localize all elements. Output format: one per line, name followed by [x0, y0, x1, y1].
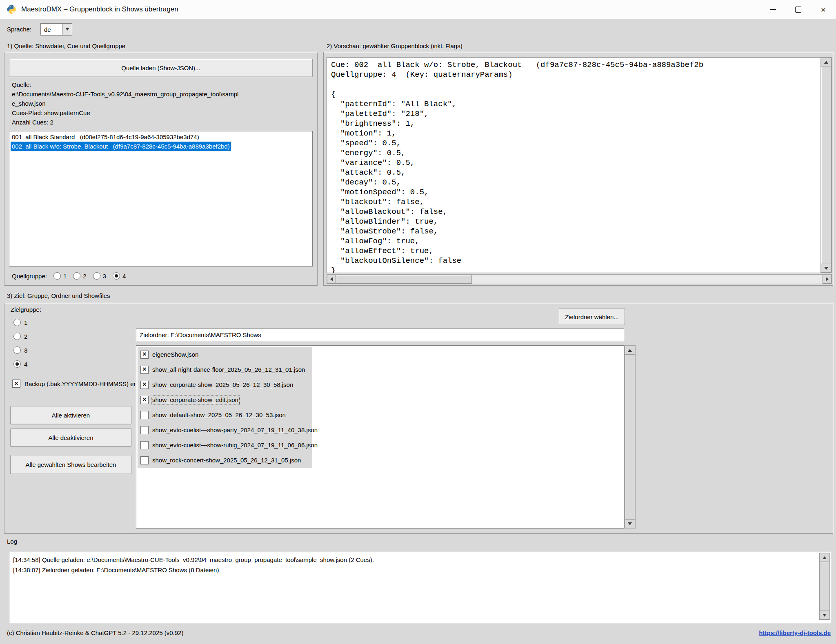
file-list-canvas[interactable]: eigeneShow.json show_all-night-dance-flo…: [136, 345, 625, 529]
radio-quellgruppe-1[interactable]: [53, 272, 61, 280]
file-label: show_corporate-show_edit.json: [152, 396, 238, 403]
file-row[interactable]: show_evto-cuelist---show-ruhig_2024_07_1…: [138, 437, 312, 453]
minimize-icon: [770, 9, 776, 10]
log-section-title: Log: [7, 538, 17, 545]
language-select[interactable]: de: [40, 23, 72, 36]
preview-content: Cue: 002 all Black w/o: Strobe, Blackout…: [327, 58, 821, 273]
file-row[interactable]: show_rock-concert-show_2025_05_26_12_31_…: [138, 453, 312, 468]
target-section-title: 3) Ziel: Gruppe, Ordner und Showfiles: [7, 292, 110, 299]
file-row[interactable]: show_default-show_2025_05_26_12_30_53.js…: [138, 407, 312, 422]
file-label: show_default-show_2025_05_26_12_30_53.js…: [152, 411, 286, 418]
file-checkbox[interactable]: [140, 351, 149, 359]
maximize-button[interactable]: [785, 0, 811, 19]
radio-zielgruppe-4[interactable]: [13, 360, 21, 368]
minimize-button[interactable]: [760, 0, 785, 19]
source-group-option-1[interactable]: 1: [53, 272, 67, 280]
target-group-option-2[interactable]: 2: [13, 331, 27, 341]
target-folder-input[interactable]: [136, 329, 624, 341]
file-label: show_rock-concert-show_2025_05_26_12_31_…: [152, 457, 301, 464]
scroll-up-arrow[interactable]: [625, 346, 635, 355]
preview-text[interactable]: Cue: 002 all Black w/o: Strobe, Blackout…: [327, 57, 821, 273]
file-checkbox[interactable]: [140, 381, 149, 389]
edit-selected-shows-button[interactable]: Alle gewählten Shows bearbeiten: [10, 455, 131, 474]
scroll-up-arrow[interactable]: [821, 58, 832, 67]
cue-listbox[interactable]: 001 all Black Standard (d00ef275-81d6-4c…: [9, 131, 313, 266]
scroll-up-arrow[interactable]: [819, 553, 830, 562]
file-label: eigeneShow.json: [152, 351, 198, 358]
radio-zielgruppe-3[interactable]: [13, 346, 21, 354]
file-label: show_all-night-dance-floor_2025_05_26_12…: [152, 366, 305, 373]
scroll-down-arrow[interactable]: [625, 519, 635, 528]
log-line: [14:38:07] Zielordner geladen: E:\Docume…: [9, 565, 831, 575]
scroll-down-arrow[interactable]: [819, 611, 830, 620]
radio-quellgruppe-2[interactable]: [73, 272, 80, 280]
load-source-button[interactable]: Quelle laden (Show-JSON)...: [9, 59, 313, 77]
file-checkbox[interactable]: [140, 366, 149, 374]
activate-all-button[interactable]: Alle aktivieren: [10, 406, 131, 424]
cue-item[interactable]: 002 all Black w/o: Strobe, Blackout (df9…: [9, 142, 312, 151]
source-group-row: Quellgruppe: 1 2 3 4: [12, 271, 126, 281]
choose-target-folder-button[interactable]: Zielordner wählen...: [559, 308, 625, 325]
radio-quellgruppe-4[interactable]: [113, 272, 120, 280]
cue-item[interactable]: 001 all Black Standard (d00ef275-81d6-4c…: [9, 132, 312, 142]
file-list-panel: eigeneShow.json show_all-night-dance-flo…: [138, 347, 312, 468]
file-label: show_evto-cuelist---show-party_2024_07_1…: [152, 426, 318, 433]
file-row[interactable]: show_corporate-show_2025_05_26_12_30_58.…: [138, 377, 312, 392]
scroll-right-arrow[interactable]: [823, 275, 832, 284]
radio-label: 2: [24, 333, 27, 340]
target-group-option-4[interactable]: 4: [13, 359, 27, 369]
target-group-label: Zielgruppe:: [11, 306, 41, 313]
file-list-vscrollbar[interactable]: [624, 345, 636, 529]
language-value: de: [41, 26, 62, 33]
file-checkbox[interactable]: [140, 426, 149, 434]
log-line: [14:34:58] Quelle geladen: e:\Documents\…: [9, 555, 831, 565]
radio-label: 4: [122, 273, 126, 280]
file-row[interactable]: show_all-night-dance-floor_2025_05_26_12…: [138, 362, 312, 377]
radio-label: 3: [103, 273, 106, 280]
footer-link[interactable]: https://liberty-dj-tools.de: [759, 629, 831, 636]
language-label: Sprache:: [7, 26, 31, 33]
radio-zielgruppe-2[interactable]: [13, 333, 21, 340]
window-controls: ×: [760, 0, 836, 19]
deactivate-all-button[interactable]: Alle deaktivieren: [10, 429, 131, 447]
file-row[interactable]: eigeneShow.json: [138, 347, 312, 362]
footer-copyright: (c) Christian Haubitz-Reinke & ChatGPT 5…: [7, 629, 183, 636]
file-checkbox[interactable]: [140, 456, 149, 464]
source-group-option-2[interactable]: 2: [73, 272, 86, 280]
preview-hscrollbar[interactable]: [327, 274, 832, 284]
radio-zielgruppe-1[interactable]: [13, 319, 21, 326]
file-checkbox[interactable]: [140, 441, 149, 449]
radio-label: 3: [24, 347, 27, 354]
source-group-option-3[interactable]: 3: [93, 272, 106, 280]
radio-label: 1: [24, 319, 27, 326]
preview-section-title: 2) Vorschau: gewählter Gruppenblock (ink…: [327, 42, 462, 49]
backup-check-row[interactable]: Backup (.bak.YYYYMMDD-HHMMSS) erstellen: [12, 379, 153, 389]
scroll-left-arrow[interactable]: [327, 275, 336, 284]
target-group-option-1[interactable]: 1: [13, 318, 27, 327]
preview-hscrollbar-thumb[interactable]: [336, 275, 472, 284]
source-section-title: 1) Quelle: Showdatei, Cue und Quellgrupp…: [7, 42, 125, 49]
radio-quellgruppe-3[interactable]: [93, 272, 100, 280]
file-row[interactable]: show_evto-cuelist---show-party_2024_07_1…: [138, 422, 312, 437]
close-icon: ×: [821, 5, 826, 14]
chevron-down-icon[interactable]: [62, 24, 72, 35]
backup-checkbox[interactable]: [12, 380, 20, 388]
file-checkbox[interactable]: [140, 411, 149, 419]
file-list-vscrollbar-thumb[interactable]: [625, 354, 635, 520]
maximize-icon: [795, 7, 801, 13]
radio-label: 4: [24, 361, 27, 368]
app-window: MaestroDMX – Gruppenblock in Shows übert…: [0, 0, 836, 644]
source-group-label: Quellgruppe:: [12, 273, 47, 280]
preview-vscrollbar-thumb[interactable]: [821, 66, 832, 264]
log-textarea[interactable]: [14:34:58] Quelle geladen: e:\Documents\…: [9, 552, 831, 623]
preview-vscrollbar[interactable]: [820, 57, 832, 273]
log-vscrollbar[interactable]: [819, 553, 830, 620]
radio-label: 2: [83, 273, 86, 280]
file-row[interactable]: show_corporate-show_edit.json: [138, 392, 312, 407]
close-button[interactable]: ×: [811, 0, 836, 19]
target-group-option-3[interactable]: 3: [13, 345, 27, 355]
source-group-option-4[interactable]: 4: [113, 272, 126, 280]
file-checkbox[interactable]: [140, 396, 149, 404]
scroll-down-arrow[interactable]: [821, 264, 832, 273]
log-vscrollbar-thumb[interactable]: [819, 562, 830, 611]
